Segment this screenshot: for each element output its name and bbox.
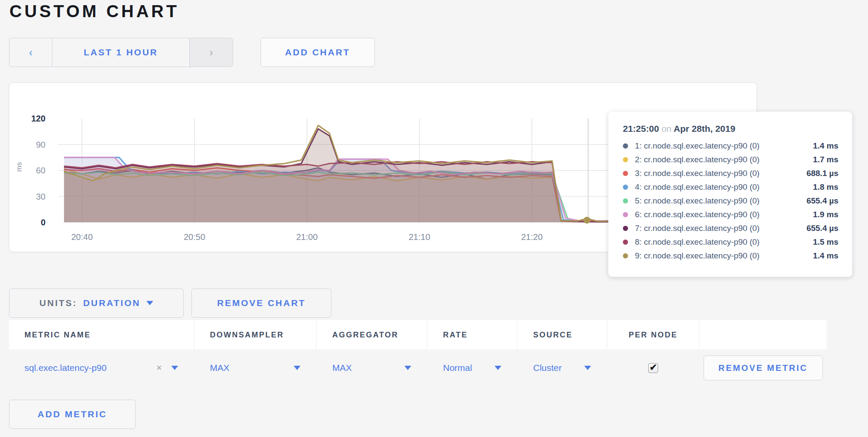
downsampler-dropdown[interactable]: MAX [210,363,316,373]
column-header-metric-name: METRIC NAME [9,320,194,349]
chart-hover-tooltip: 21:25:00 on Apr 28th, 2019 1: cr.node.sq… [608,112,852,277]
per-node-checkbox[interactable] [648,363,658,373]
tooltip-row-label: 2: cr.node.sql.exec.latency-p90 (0) [635,155,813,164]
aggregator-cell: MAX [317,363,427,373]
y-tick-label: 120 [9,113,46,124]
column-header-rate: RATE [428,320,517,349]
caret-down-icon [404,366,411,370]
tooltip-row-value: 1.7 ms [813,155,838,164]
caret-down-icon [146,301,153,305]
column-header-per-node: PER NODE [607,320,699,349]
source-dropdown[interactable]: Cluster [533,363,607,373]
units-label: UNITS: [39,298,77,308]
tooltip-rows: 1: cr.node.sql.exec.latency-p90 (0)1.4 m… [623,139,838,263]
series-9-area [64,125,644,222]
column-header-downsampler: DOWNSAMPLER [194,320,316,349]
remove-metric-button[interactable]: REMOVE METRIC [704,355,823,380]
remove-chart-button[interactable]: REMOVE CHART [191,288,331,318]
series-color-dot-icon [623,157,628,162]
series-color-dot-icon [623,185,628,190]
downsampler-value: MAX [210,363,230,373]
tooltip-time: 21:25:00 [623,124,659,134]
tooltip-row-value: 655.4 µs [807,224,838,233]
tooltip-row: 2: cr.node.sql.exec.latency-p90 (0)1.7 m… [623,153,838,167]
tooltip-row: 7: cr.node.sql.exec.latency-p90 (0)655.4… [623,222,838,235]
x-tick-label: 21:00 [296,232,318,242]
tooltip-on-word: on [662,124,671,134]
tooltip-row: 9: cr.node.sql.exec.latency-p90 (0)1.4 m… [623,249,838,263]
x-tick-label: 20:40 [71,232,93,242]
add-metric-button[interactable]: ADD METRIC [9,400,136,429]
series-color-dot-icon [623,143,628,149]
aggregator-dropdown[interactable]: MAX [332,363,427,373]
chevron-right-icon: › [209,47,213,58]
series-color-dot-icon [623,212,628,217]
chevron-left-icon: ‹ [29,47,33,58]
metric-name-dropdown[interactable]: sql.exec.latency-p90 [24,363,106,373]
y-tick-label: 0 [9,217,46,228]
metrics-table: METRIC NAME DOWNSAMPLER AGGREGATOR RATE … [9,320,826,386]
source-value: Cluster [533,363,562,373]
tooltip-row: 4: cr.node.sql.exec.latency-p90 (0)1.8 m… [623,180,838,194]
tooltip-row-label: 8: cr.node.sql.exec.latency-p90 (0) [635,237,813,247]
tooltip-row-value: 1.8 ms [813,182,838,192]
tooltip-row-value: 1.4 ms [813,251,838,261]
tooltip-row-label: 9: cr.node.sql.exec.latency-p90 (0) [635,251,813,261]
rate-value: Normal [443,363,472,373]
add-chart-button[interactable]: ADD CHART [261,38,375,67]
tooltip-date: Apr 28th, 2019 [674,124,735,134]
source-cell: Cluster [518,363,607,373]
tooltip-row-label: 6: cr.node.sql.exec.latency-p90 (0) [635,210,813,219]
x-tick-label: 21:10 [409,232,430,242]
metric-row: sql.exec.latency-p90 × MAX MAX Normal [9,349,826,386]
column-header-aggregator: AGGREGATOR [317,320,427,349]
custom-chart-page: CUSTOM CHART ‹ LAST 1 HOUR › ADD CHART m… [0,0,868,437]
series-color-dot-icon [623,171,628,176]
tooltip-row-value: 688.1 µs [807,169,838,178]
column-header-actions [700,320,826,349]
tooltip-row-value: 1.5 ms [813,237,838,247]
tooltip-row: 6: cr.node.sql.exec.latency-p90 (0)1.9 m… [623,208,838,222]
tooltip-row-label: 3: cr.node.sql.exec.latency-p90 (0) [635,169,807,178]
rate-cell: Normal [428,363,517,373]
rate-dropdown[interactable]: Normal [443,363,517,373]
metric-name-cell: sql.exec.latency-p90 × [9,362,194,373]
units-value: DURATION [83,298,140,308]
tooltip-row: 1: cr.node.sql.exec.latency-p90 (0)1.4 m… [623,139,838,153]
y-tick-label: 30 [9,191,46,202]
units-dropdown[interactable]: UNITS: DURATION [9,288,184,318]
clear-metric-icon[interactable]: × [156,362,162,373]
tooltip-row: 3: cr.node.sql.exec.latency-p90 (0)688.1… [623,167,838,180]
caret-down-icon [584,366,591,370]
series-color-dot-icon [623,253,628,258]
tooltip-row-value: 655.4 µs [807,196,838,206]
actions-cell: REMOVE METRIC [700,355,826,380]
series-color-dot-icon [623,198,628,203]
caret-down-icon[interactable] [171,366,178,370]
series-color-dot-icon [623,226,628,231]
time-window-selector: ‹ LAST 1 HOUR › [9,38,233,67]
hover-point [583,217,590,224]
time-window-next-button[interactable]: › [189,38,233,67]
page-title: CUSTOM CHART [9,2,179,21]
column-header-source: SOURCE [518,320,607,349]
time-window-dropdown[interactable]: LAST 1 HOUR [52,38,189,67]
tooltip-row-label: 7: cr.node.sql.exec.latency-p90 (0) [635,224,807,233]
time-window-prev-button[interactable]: ‹ [9,38,52,67]
tooltip-row: 8: cr.node.sql.exec.latency-p90 (0)1.5 m… [623,235,838,249]
tooltip-row-value: 1.9 ms [813,210,838,219]
downsampler-cell: MAX [194,363,316,373]
tooltip-title: 21:25:00 on Apr 28th, 2019 [623,124,838,134]
caret-down-icon [294,366,300,370]
aggregator-value: MAX [332,363,352,373]
tooltip-row-value: 1.4 ms [813,141,838,151]
y-tick-label: 60 [9,165,46,176]
metrics-table-header: METRIC NAME DOWNSAMPLER AGGREGATOR RATE … [9,320,826,349]
y-tick-label: 90 [9,139,46,150]
series-color-dot-icon [623,240,628,245]
tooltip-row-label: 5: cr.node.sql.exec.latency-p90 (0) [635,196,807,206]
tooltip-row: 5: cr.node.sql.exec.latency-p90 (0)655.4… [623,194,838,208]
per-node-cell [607,363,699,373]
caret-down-icon [495,366,501,370]
x-tick-label: 20:50 [184,232,205,242]
